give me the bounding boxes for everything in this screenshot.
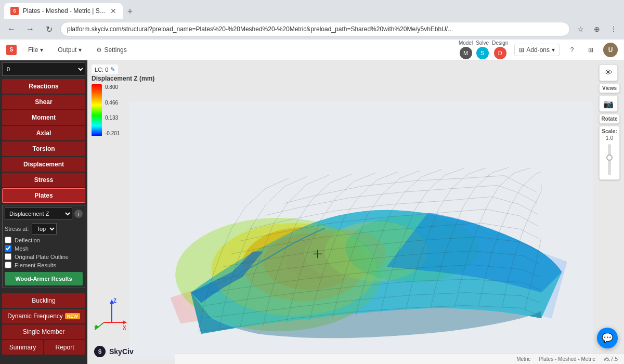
active-tab[interactable]: S Plates - Meshed - Metric | Sky... ✕: [4, 3, 123, 19]
chat-widget[interactable]: 💬: [597, 328, 618, 348]
scale-control: Scale: 1.0: [599, 126, 620, 180]
axis-indicator: Z X Y: [94, 296, 130, 333]
eye-button[interactable]: 👁: [599, 64, 618, 81]
original-plate-checkbox[interactable]: [5, 253, 11, 260]
mesh-visualization: [129, 102, 593, 360]
svg-text:Z: Z: [113, 298, 116, 304]
unit-display: Metric: [516, 356, 530, 362]
buckling-button[interactable]: Buckling: [2, 293, 85, 308]
back-button[interactable]: ←: [4, 22, 19, 36]
model-mode[interactable]: Model M: [459, 40, 473, 59]
original-plate-label: Original Plate Outline: [15, 254, 69, 260]
skyciv-logo: S: [94, 345, 106, 358]
app-brand: S: [6, 45, 17, 55]
help-button[interactable]: ?: [566, 44, 578, 56]
scale-value: 1.0: [606, 135, 613, 141]
lc-edit-button[interactable]: ✎: [110, 66, 115, 73]
mode-labels: Model M Solve S Design D: [459, 40, 508, 59]
url-input[interactable]: platform.skyciv.com/structural?preload_n…: [60, 22, 570, 36]
tab-close-button[interactable]: ✕: [110, 7, 116, 15]
plates-select-row: Displacement Z i: [5, 207, 83, 220]
grid-button[interactable]: ⊞: [584, 44, 597, 56]
single-member-button[interactable]: Single Member: [2, 324, 85, 339]
element-results-checkbox[interactable]: [5, 262, 11, 268]
settings-menu-label: Settings: [104, 46, 126, 54]
original-plate-row: Original Plate Outline: [5, 253, 83, 260]
solve-mode[interactable]: Solve S: [476, 40, 489, 59]
stress-button[interactable]: Stress: [2, 173, 85, 187]
element-results-row: Element Results: [5, 262, 83, 268]
address-bar: ← → ↻ platform.skyciv.com/structural?pre…: [0, 19, 624, 40]
legend-value-4: -0.201: [105, 131, 120, 136]
user-avatar[interactable]: U: [603, 43, 618, 57]
forward-button[interactable]: →: [23, 22, 37, 36]
scale-label: Scale:: [602, 128, 617, 134]
deflection-checkbox[interactable]: [5, 237, 11, 243]
plates-info-icon[interactable]: i: [74, 210, 83, 218]
version-display: v5.7.5: [604, 356, 618, 362]
shear-button[interactable]: Shear: [2, 95, 85, 109]
camera-button[interactable]: 📷: [599, 95, 618, 112]
displacement-button[interactable]: Displacement: [2, 157, 85, 172]
design-icon: D: [494, 47, 506, 59]
sidebar-bottom-section: Buckling Dynamic Frequency NEW Single Me…: [2, 293, 85, 355]
viewport[interactable]: LC: 0 ✎ Displacement Z (mm) 0.800 0.466 …: [87, 60, 624, 364]
reload-button[interactable]: ↻: [42, 22, 56, 36]
svg-text:Y: Y: [94, 326, 98, 331]
url-text: platform.skyciv.com/structural?preload_n…: [67, 25, 453, 33]
output-menu-arrow: ▾: [79, 46, 82, 54]
file-menu[interactable]: File ▾: [25, 44, 46, 56]
settings-icon: ⚙: [96, 46, 102, 54]
app-toolbar: S File ▾ Output ▾ ⚙ Settings Model M: [0, 40, 624, 60]
tab-favicon: S: [10, 7, 19, 15]
rotate-label: Rotate: [599, 114, 620, 124]
lc-label: LC: 0: [95, 67, 108, 73]
legend-labels: 0.800 0.466 0.133 -0.201: [105, 84, 120, 136]
settings-menu[interactable]: ⚙ Settings: [93, 44, 129, 56]
plates-button[interactable]: Plates: [2, 188, 85, 203]
skyciv-brand: S SkyCiv: [94, 345, 134, 358]
wood-armer-button[interactable]: Wood-Armer Results: [5, 272, 83, 285]
menu-icon[interactable]: ⋮: [607, 23, 620, 35]
grid-icon: ⊞: [588, 46, 593, 54]
design-mode[interactable]: Design D: [492, 40, 508, 59]
chat-icon: 💬: [602, 332, 613, 344]
plates-type-select[interactable]: Displacement Z: [5, 207, 72, 220]
extension-icon[interactable]: ⊕: [591, 23, 603, 35]
legend-color-bar: [92, 84, 102, 136]
axial-button[interactable]: Axial: [2, 126, 85, 140]
legend-title: Displacement Z (mm): [92, 75, 154, 82]
summary-button[interactable]: Summary: [2, 340, 43, 355]
deflection-row: Deflection: [5, 237, 83, 243]
addons-button[interactable]: ⊞ Add-ons ▾: [514, 44, 560, 56]
output-menu[interactable]: Output ▾: [55, 44, 85, 56]
stress-at-select[interactable]: Top: [32, 223, 57, 235]
mesh-checkbox[interactable]: [5, 245, 11, 252]
model-name-display: Plates - Meshed - Metric: [539, 356, 595, 362]
lc-select[interactable]: 0: [2, 62, 85, 76]
toolbar-right: Model M Solve S Design D ⊞ Add-ons ▾: [459, 40, 618, 59]
dynamic-frequency-button[interactable]: Dynamic Frequency NEW: [2, 309, 85, 323]
report-button[interactable]: Report: [44, 340, 85, 355]
scale-track[interactable]: [608, 144, 611, 175]
svg-marker-16: [123, 320, 127, 324]
torsion-button[interactable]: Torsion: [2, 141, 85, 156]
left-sidebar: 0 Reactions Shear Moment Axial Torsion D…: [0, 60, 87, 364]
lc-indicator: LC: 0 ✎: [92, 64, 118, 74]
scale-thumb[interactable]: [606, 154, 613, 161]
brand-icon: S: [6, 45, 17, 55]
lc-dropdown[interactable]: 0: [2, 62, 85, 76]
addons-grid-icon: ⊞: [519, 46, 524, 54]
status-bar: Metric Plates - Meshed - Metric v5.7.5: [175, 354, 624, 364]
legend-value-1: 0.800: [105, 84, 120, 90]
design-label: Design: [492, 40, 508, 46]
new-tab-button[interactable]: +: [123, 4, 137, 19]
addons-label: Add-ons: [526, 46, 550, 54]
element-results-label: Element Results: [15, 262, 56, 268]
moment-button[interactable]: Moment: [2, 110, 85, 125]
solve-label: Solve: [476, 40, 489, 46]
main-content: 0 Reactions Shear Moment Axial Torsion D…: [0, 60, 624, 364]
deflection-label: Deflection: [15, 237, 40, 243]
reactions-button[interactable]: Reactions: [2, 79, 85, 94]
bookmark-icon[interactable]: ☆: [574, 23, 587, 35]
